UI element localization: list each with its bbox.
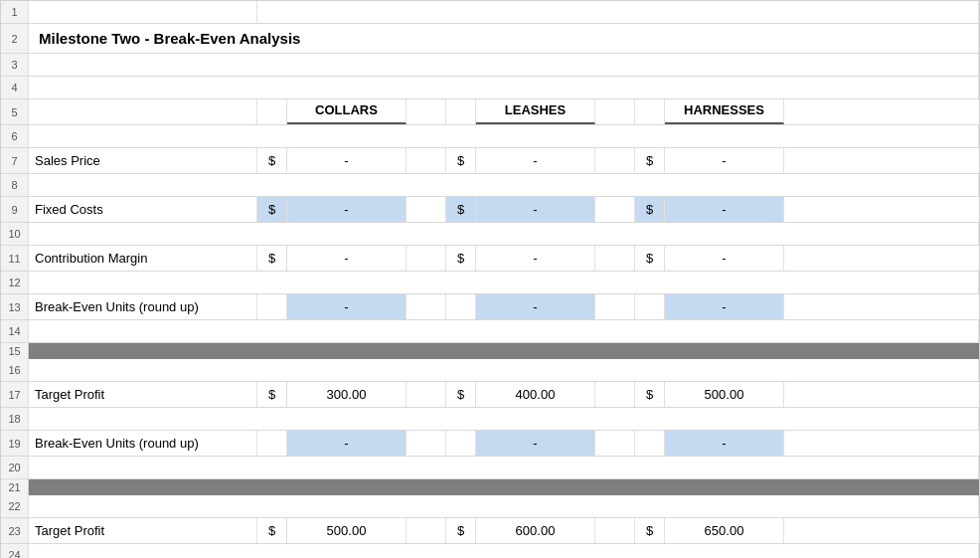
row-11-contribution-margin: 11 Contribution Margin $ - $ - $ -	[1, 246, 979, 272]
gap-tp1-2	[595, 382, 635, 407]
row-1: 1	[1, 1, 979, 24]
gap2	[595, 99, 635, 124]
row-23-target-profit-2: 23 Target Profit $ 500.00 $ 600.00 $ 650…	[1, 518, 979, 544]
fixed-costs-val-leashes[interactable]: -	[476, 197, 595, 222]
be2-val-leashes[interactable]: -	[476, 431, 595, 456]
cell-16	[29, 359, 979, 381]
sales-price-dollar-2: $	[446, 148, 476, 173]
cm-val-collars[interactable]: -	[287, 246, 407, 271]
row-13-breakeven-1: 13 Break-Even Units (round up) - - -	[1, 294, 979, 320]
row-num-24: 24	[1, 544, 29, 558]
row-4: 4	[1, 77, 979, 99]
gap-fc-1	[407, 197, 446, 222]
row-num-17: 17	[1, 382, 29, 407]
row-num-10: 10	[1, 223, 29, 245]
gap-sp-2	[595, 148, 635, 173]
row-num-21: 21	[1, 479, 29, 495]
row-num-6: 6	[1, 125, 29, 147]
row-10: 10	[1, 223, 979, 246]
spreadsheet: 1 2 Milestone Two - Break-Even Analysis …	[0, 0, 980, 558]
tp2-val-collars[interactable]: 500.00	[287, 518, 407, 543]
cell-24	[29, 544, 979, 558]
leashes-dollar-spacer	[446, 99, 476, 124]
cm-dollar-1: $	[257, 246, 287, 271]
cm-dollar-3: $	[635, 246, 665, 271]
header-empty	[29, 99, 257, 124]
header-leashes: LEASHES	[476, 99, 595, 124]
gap-be2-2	[595, 431, 635, 456]
tp1-dollar-2: $	[446, 382, 476, 407]
tp2-val-leashes[interactable]: 600.00	[476, 518, 595, 543]
row-6: 6	[1, 125, 979, 148]
be2-gap-1	[257, 431, 287, 456]
tp2-dollar-1: $	[257, 518, 287, 543]
tp1-val-leashes[interactable]: 400.00	[476, 382, 595, 407]
fixed-costs-val-harnesses[interactable]: -	[665, 197, 784, 222]
header-collars: COLLARS	[287, 99, 407, 124]
row-num-3: 3	[1, 54, 29, 76]
row-24: 24	[1, 544, 979, 558]
row-num-14: 14	[1, 320, 29, 342]
cell-22	[29, 495, 979, 517]
row-17-target-profit-1: 17 Target Profit $ 300.00 $ 400.00 $ 500…	[1, 382, 979, 408]
cm-val-harnesses[interactable]: -	[665, 246, 784, 271]
row-22: 22	[1, 495, 979, 518]
cell-18	[29, 408, 979, 430]
row-num-7: 7	[1, 148, 29, 173]
be2-val-collars[interactable]: -	[287, 431, 407, 456]
cell-3	[29, 54, 979, 76]
be1-val-collars[interactable]: -	[287, 294, 407, 319]
row-num-13: 13	[1, 294, 29, 319]
fixed-costs-val-collars[interactable]: -	[287, 197, 407, 222]
tp2-dollar-2: $	[446, 518, 476, 543]
gap-cm-1	[407, 246, 446, 271]
gap-tp2-2	[595, 518, 635, 543]
row-8: 8	[1, 174, 979, 197]
gap-cm-2	[595, 246, 635, 271]
gap-be2-1	[407, 431, 446, 456]
sales-price-val-harnesses[interactable]: -	[665, 148, 784, 173]
be1-val-leashes[interactable]: -	[476, 294, 595, 319]
row-7-sales-price: 7 Sales Price $ - $ - $ -	[1, 148, 979, 174]
label-target-profit-2: Target Profit	[29, 518, 257, 543]
be1-val-harnesses[interactable]: -	[665, 294, 784, 319]
row-num-19: 19	[1, 431, 29, 456]
divider-1: 15	[1, 343, 979, 359]
divider-1-fill	[29, 343, 979, 359]
row-num-20: 20	[1, 457, 29, 478]
tp2-dollar-3: $	[635, 518, 665, 543]
row-18: 18	[1, 408, 979, 431]
gap-tp2-1	[407, 518, 446, 543]
cell-12	[29, 272, 979, 293]
fixed-costs-dollar-2: $	[446, 197, 476, 222]
row-num-23: 23	[1, 518, 29, 543]
cell-1-label	[29, 1, 257, 23]
row-num-8: 8	[1, 174, 29, 196]
label-sales-price: Sales Price	[29, 148, 257, 173]
be1-gap-3	[635, 294, 665, 319]
row-20: 20	[1, 457, 979, 479]
row-num-11: 11	[1, 246, 29, 271]
tp1-val-harnesses[interactable]: 500.00	[665, 382, 784, 407]
cell-6	[29, 125, 979, 147]
sales-price-val-collars[interactable]: -	[287, 148, 407, 173]
fixed-costs-dollar-3: $	[635, 197, 665, 222]
sales-price-dollar-1: $	[257, 148, 287, 173]
be2-val-harnesses[interactable]: -	[665, 431, 784, 456]
cm-val-leashes[interactable]: -	[476, 246, 595, 271]
row-num-16: 16	[1, 359, 29, 381]
sales-price-val-leashes[interactable]: -	[476, 148, 595, 173]
row-num-2: 2	[1, 24, 29, 53]
divider-2: 21	[1, 479, 979, 495]
gap-sp-1	[407, 148, 446, 173]
tp1-dollar-3: $	[635, 382, 665, 407]
row-14: 14	[1, 320, 979, 343]
gap-be1-2	[595, 294, 635, 319]
sales-price-dollar-3: $	[635, 148, 665, 173]
tp1-val-collars[interactable]: 300.00	[287, 382, 407, 407]
cell-8	[29, 174, 979, 196]
row-num-9: 9	[1, 197, 29, 222]
row-5-headers: 5 COLLARS LEASHES HARNESSES	[1, 99, 979, 125]
divider-2-fill	[29, 479, 979, 495]
tp2-val-harnesses[interactable]: 650.00	[665, 518, 784, 543]
